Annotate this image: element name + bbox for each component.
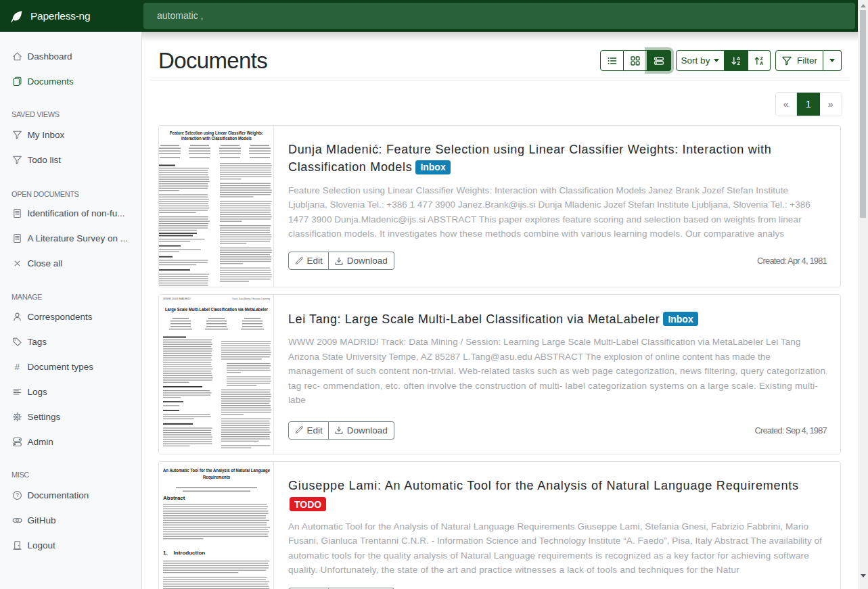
svg-text:?: ? [16,492,19,498]
svg-text:A: A [760,60,763,66]
svg-text:Interaction with Classificatio: Interaction with Classification Models [181,136,252,141]
svg-text:Z: Z [737,60,740,66]
svg-text:Abstract: Abstract [163,495,185,501]
svg-text:1. Introduction: 1. Introduction [163,550,205,556]
svg-text:Requirements: Requirements [203,474,230,480]
svg-text:WWW 2009 MADRID!: WWW 2009 MADRID! [163,297,191,300]
svg-text:Large Scale Multi-Label Classi: Large Scale Multi-Label Classification v… [165,307,268,312]
svg-text:Track: Data Mining / Session:: Track: Data Mining / Session: Learning [232,297,271,300]
svg-text:An Automatic Tool for the Anal: An Automatic Tool for the Analysis of Na… [163,467,270,473]
svg-text:#: # [14,362,20,372]
svg-text:Feature Selection using Linear: Feature Selection using Linear Classifie… [170,131,263,136]
